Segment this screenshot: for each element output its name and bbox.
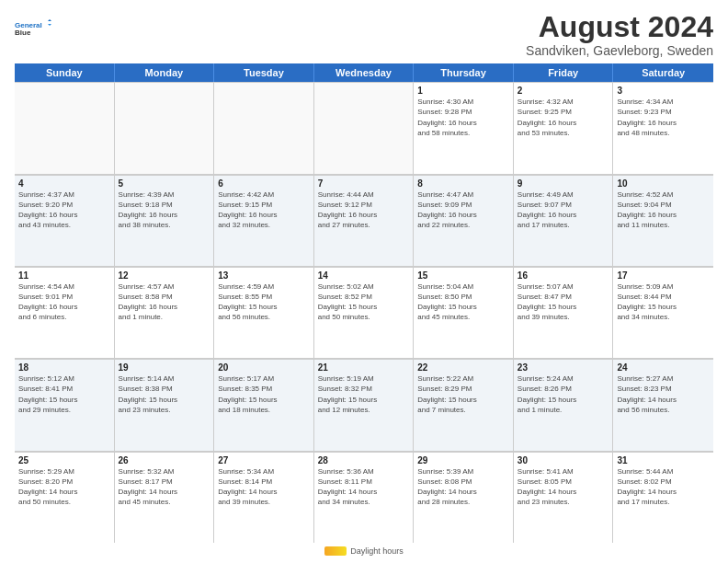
day-number: 20 [218,362,310,373]
location: Sandviken, Gaevleborg, Sweden [526,43,713,58]
day-number: 31 [617,455,710,465]
header-sunday: Sunday [15,63,115,82]
day-number: 16 [518,270,609,281]
cal-cell-w3-d2: 20Sunrise: 5:17 AM Sunset: 8:35 PM Dayli… [214,359,314,450]
cell-info: Sunrise: 4:42 AM Sunset: 9:15 PM Dayligh… [218,190,310,231]
cell-info: Sunrise: 4:57 AM Sunset: 8:58 PM Dayligh… [119,282,210,323]
day-number: 15 [417,270,509,281]
day-number: 17 [617,270,710,281]
page: General Blue August 2024 Sandviken, Gaev… [0,0,728,563]
cal-cell-w0-d6: 3Sunrise: 4:34 AM Sunset: 9:23 PM Daylig… [613,82,713,173]
logo: General Blue [15,11,51,44]
calendar: Sunday Monday Tuesday Wednesday Thursday… [15,63,713,543]
day-number: 11 [18,270,110,281]
cal-cell-w3-d1: 19Sunrise: 5:14 AM Sunset: 8:38 PM Dayli… [115,359,215,450]
cal-cell-w0-d1 [115,82,215,173]
cal-cell-w1-d0: 4Sunrise: 4:37 AM Sunset: 9:20 PM Daylig… [15,175,115,266]
day-number: 23 [518,362,609,373]
svg-text:Blue: Blue [15,29,31,37]
cal-cell-w3-d4: 22Sunrise: 5:22 AM Sunset: 8:29 PM Dayli… [414,359,514,450]
cal-cell-w4-d4: 29Sunrise: 5:39 AM Sunset: 8:08 PM Dayli… [414,452,514,543]
cell-info: Sunrise: 5:32 AM Sunset: 8:17 PM Dayligh… [119,466,210,508]
cell-info: Sunrise: 4:37 AM Sunset: 9:20 PM Dayligh… [18,190,110,231]
cal-cell-w2-d2: 13Sunrise: 4:59 AM Sunset: 8:55 PM Dayli… [214,267,314,358]
cell-info: Sunrise: 5:02 AM Sunset: 8:52 PM Dayligh… [318,282,410,323]
day-number: 25 [18,455,110,465]
cell-info: Sunrise: 5:14 AM Sunset: 8:38 PM Dayligh… [119,373,210,415]
header-monday: Monday [115,63,215,82]
cal-row-0: 1Sunrise: 4:30 AM Sunset: 9:28 PM Daylig… [15,82,713,174]
cal-cell-w2-d4: 15Sunrise: 5:04 AM Sunset: 8:50 PM Dayli… [414,267,514,358]
cal-cell-w1-d1: 5Sunrise: 4:39 AM Sunset: 9:18 PM Daylig… [115,175,215,266]
header-thursday: Thursday [414,63,514,82]
cal-cell-w0-d5: 2Sunrise: 4:32 AM Sunset: 9:25 PM Daylig… [514,82,614,173]
cal-cell-w2-d3: 14Sunrise: 5:02 AM Sunset: 8:52 PM Dayli… [314,267,415,358]
cal-cell-w3-d5: 23Sunrise: 5:24 AM Sunset: 8:26 PM Dayli… [514,359,614,450]
cell-info: Sunrise: 5:12 AM Sunset: 8:41 PM Dayligh… [18,373,110,415]
cal-cell-w2-d0: 11Sunrise: 4:54 AM Sunset: 9:01 PM Dayli… [15,267,115,358]
cal-row-1: 4Sunrise: 4:37 AM Sunset: 9:20 PM Daylig… [15,175,713,267]
cell-info: Sunrise: 5:41 AM Sunset: 8:05 PM Dayligh… [518,466,609,508]
footer: Daylight hours [15,543,713,556]
day-number: 19 [119,362,210,373]
title-block: August 2024 Sandviken, Gaevleborg, Swede… [526,11,713,58]
cell-info: Sunrise: 4:34 AM Sunset: 9:23 PM Dayligh… [617,97,710,138]
cal-cell-w4-d6: 31Sunrise: 5:44 AM Sunset: 8:02 PM Dayli… [613,452,713,543]
cal-cell-w4-d5: 30Sunrise: 5:41 AM Sunset: 8:05 PM Dayli… [514,452,614,543]
cal-cell-w2-d6: 17Sunrise: 5:09 AM Sunset: 8:44 PM Dayli… [613,267,713,358]
day-number: 4 [18,178,110,189]
cal-cell-w2-d1: 12Sunrise: 4:57 AM Sunset: 8:58 PM Dayli… [115,267,215,358]
calendar-body: 1Sunrise: 4:30 AM Sunset: 9:28 PM Daylig… [15,82,713,543]
cal-row-3: 18Sunrise: 5:12 AM Sunset: 8:41 PM Dayli… [15,359,713,451]
day-number: 13 [218,270,310,281]
day-number: 8 [417,178,509,189]
cal-cell-w1-d3: 7Sunrise: 4:44 AM Sunset: 9:12 PM Daylig… [314,175,415,266]
cell-info: Sunrise: 5:17 AM Sunset: 8:35 PM Dayligh… [218,373,310,415]
header-wednesday: Wednesday [314,63,415,82]
header: General Blue August 2024 Sandviken, Gaev… [15,11,713,58]
day-number: 9 [518,178,609,189]
cal-cell-w1-d2: 6Sunrise: 4:42 AM Sunset: 9:15 PM Daylig… [214,175,314,266]
cal-cell-w4-d3: 28Sunrise: 5:36 AM Sunset: 8:11 PM Dayli… [314,452,415,543]
cal-cell-w0-d2 [214,82,314,173]
cal-cell-w3-d3: 21Sunrise: 5:19 AM Sunset: 8:32 PM Dayli… [314,359,415,450]
day-number: 26 [119,455,210,465]
cal-cell-w0-d0 [15,82,115,173]
cal-cell-w4-d1: 26Sunrise: 5:32 AM Sunset: 8:17 PM Dayli… [115,452,215,543]
cal-cell-w3-d6: 24Sunrise: 5:27 AM Sunset: 8:23 PM Dayli… [613,359,713,450]
legend-bar [324,546,347,556]
day-number: 24 [617,362,710,373]
cell-info: Sunrise: 4:47 AM Sunset: 9:09 PM Dayligh… [417,190,509,231]
cell-info: Sunrise: 4:49 AM Sunset: 9:07 PM Dayligh… [518,190,609,231]
month-title: August 2024 [526,11,713,43]
day-number: 14 [318,270,410,281]
day-number: 18 [18,362,110,373]
cell-info: Sunrise: 5:27 AM Sunset: 8:23 PM Dayligh… [617,373,710,415]
day-number: 12 [119,270,210,281]
footer-legend: Daylight hours [324,546,404,556]
cell-info: Sunrise: 5:39 AM Sunset: 8:08 PM Dayligh… [417,466,509,508]
cal-cell-w4-d0: 25Sunrise: 5:29 AM Sunset: 8:20 PM Dayli… [15,452,115,543]
day-number: 10 [617,178,710,189]
cell-info: Sunrise: 5:44 AM Sunset: 8:02 PM Dayligh… [617,466,710,508]
cal-cell-w2-d5: 16Sunrise: 5:07 AM Sunset: 8:47 PM Dayli… [514,267,614,358]
day-number: 30 [518,455,609,465]
header-saturday: Saturday [613,63,713,82]
cal-cell-w0-d4: 1Sunrise: 4:30 AM Sunset: 9:28 PM Daylig… [414,82,514,173]
day-number: 21 [318,362,410,373]
svg-marker-3 [48,24,51,26]
day-number: 5 [119,178,210,189]
day-number: 1 [417,86,509,96]
calendar-header: Sunday Monday Tuesday Wednesday Thursday… [15,63,713,82]
day-number: 27 [218,455,310,465]
cell-info: Sunrise: 5:29 AM Sunset: 8:20 PM Dayligh… [18,466,110,508]
cal-cell-w1-d4: 8Sunrise: 4:47 AM Sunset: 9:09 PM Daylig… [414,175,514,266]
cal-cell-w1-d6: 10Sunrise: 4:52 AM Sunset: 9:04 PM Dayli… [613,175,713,266]
day-number: 6 [218,178,310,189]
day-number: 2 [518,86,609,96]
cal-cell-w3-d0: 18Sunrise: 5:12 AM Sunset: 8:41 PM Dayli… [15,359,115,450]
cal-cell-w1-d5: 9Sunrise: 4:49 AM Sunset: 9:07 PM Daylig… [514,175,614,266]
day-number: 3 [617,86,710,96]
cal-cell-w4-d2: 27Sunrise: 5:34 AM Sunset: 8:14 PM Dayli… [214,452,314,543]
cell-info: Sunrise: 4:54 AM Sunset: 9:01 PM Dayligh… [18,282,110,323]
